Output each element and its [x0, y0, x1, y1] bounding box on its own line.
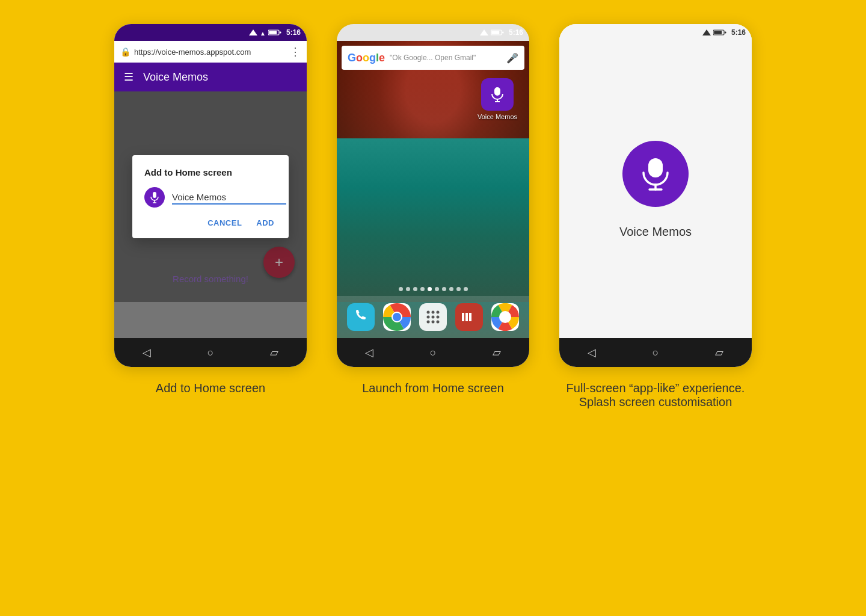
google-logo: Google [348, 52, 385, 64]
nav-back-icon3[interactable]: ◁ [588, 346, 596, 359]
caption1: Add to Home screen [156, 381, 265, 395]
svg-rect-28 [462, 313, 464, 321]
google-search-placeholder: "Ok Google... Open Gmail" [390, 54, 502, 62]
dock-phone-icon[interactable] [347, 303, 375, 331]
gallery-icon [491, 303, 519, 331]
shortcut-mic-icon [489, 86, 506, 103]
nav-home-icon3[interactable]: ○ [653, 346, 659, 359]
dialog-cancel-button[interactable]: CANCEL [205, 216, 244, 230]
phones-row: ▲ 5:16 🔒 https://voice-memos.appspot.com [36, 24, 830, 409]
chrome-icon [383, 303, 411, 331]
page-dot [435, 287, 439, 291]
battery-icon [268, 29, 281, 35]
svg-rect-5 [153, 192, 156, 198]
launcher-icon [425, 309, 441, 325]
svg-point-22 [432, 316, 435, 319]
app-toolbar: ☰ Voice Memos [114, 63, 307, 91]
home-icons-area: Voice Memos [337, 72, 529, 287]
svg-rect-38 [648, 158, 663, 177]
svg-point-33 [499, 311, 511, 323]
svg-rect-30 [469, 313, 471, 321]
phone3-nav-bar: ◁ ○ ▱ [559, 338, 752, 367]
dock-chrome-icon[interactable] [383, 303, 411, 331]
splash-app-icon [622, 141, 689, 207]
dialog-add-button[interactable]: ADD [254, 216, 277, 230]
phone1-time: 5:16 [286, 28, 301, 37]
voice-memos-shortcut[interactable]: Voice Memos [478, 78, 517, 120]
phone3-frame: 5:16 Voice Memos [559, 24, 752, 367]
app-background: Record something! + Add to Home screen [114, 91, 307, 338]
caption3: Full-screen “app-like” experience. Splas… [567, 381, 745, 409]
dialog-box: Add to Home screen [132, 155, 289, 238]
signal-icon3 [702, 29, 711, 35]
dock-gallery-icon[interactable] [491, 303, 519, 331]
svg-point-23 [437, 316, 440, 319]
voice-memos-shortcut-icon [481, 78, 514, 111]
svg-point-25 [432, 321, 435, 324]
phone3-column: 5:16 Voice Memos [559, 24, 752, 409]
nav-recents-icon[interactable]: ▱ [270, 346, 278, 359]
svg-point-20 [437, 311, 440, 314]
phone3-status-icons: 5:16 [702, 28, 746, 37]
phone1-nav-bar: ◁ ○ ▱ [114, 338, 307, 367]
page-dot [413, 287, 417, 291]
dialog-title: Add to Home screen [144, 167, 277, 177]
svg-marker-0 [249, 29, 257, 35]
page-dot [406, 287, 410, 291]
hamburger-icon[interactable]: ☰ [124, 70, 134, 84]
battery-icon2 [491, 29, 504, 35]
svg-marker-8 [480, 29, 488, 35]
home-dock [337, 296, 529, 338]
dock-launcher-icon[interactable] [419, 303, 447, 331]
phone2-status-icons: 5:16 [480, 28, 523, 37]
svg-rect-4 [280, 32, 281, 34]
caption2: Launch from Home screen [362, 381, 504, 395]
dialog-name-input[interactable] [172, 191, 286, 205]
google-search-bar[interactable]: Google "Ok Google... Open Gmail" 🎤 [342, 46, 524, 70]
dialog-actions: CANCEL ADD [144, 216, 277, 230]
url-text: https://voice-memos.appspot.com [134, 48, 251, 57]
signal-icon [249, 29, 257, 35]
google-mic-icon[interactable]: 🎤 [506, 52, 518, 64]
browser-menu-icon[interactable]: ⋮ [290, 45, 301, 58]
nav-home-icon[interactable]: ○ [207, 346, 214, 359]
phone2-status-bar: 5:16 [337, 24, 529, 41]
page-container: ▲ 5:16 🔒 https://voice-memos.appspot.com [36, 24, 830, 409]
phone1-column: ▲ 5:16 🔒 https://voice-memos.appspot.com [114, 24, 307, 395]
app-title: Voice Memos [143, 71, 208, 84]
svg-point-24 [427, 321, 430, 324]
svg-point-26 [437, 321, 440, 324]
page-dot-active [428, 287, 432, 291]
nav-back-icon2[interactable]: ◁ [365, 346, 373, 359]
svg-marker-31 [474, 313, 478, 321]
browser-url: 🔒 https://voice-memos.appspot.com [120, 47, 285, 57]
svg-rect-10 [491, 31, 499, 34]
splash-app-name: Voice Memos [619, 225, 692, 239]
phone1-status-icons: ▲ 5:16 [249, 28, 301, 37]
svg-point-21 [427, 316, 430, 319]
dock-video-icon[interactable] [455, 303, 483, 331]
page-dot [464, 287, 468, 291]
home-screen: Google "Ok Google... Open Gmail" 🎤 [337, 41, 529, 338]
svg-marker-34 [702, 29, 711, 35]
voice-memos-shortcut-label: Voice Memos [478, 113, 517, 120]
svg-point-17 [393, 313, 401, 321]
svg-rect-12 [494, 87, 500, 96]
nav-recents-icon3[interactable]: ▱ [715, 346, 723, 359]
phone2-frame: 5:16 Google "Ok Google... Open Gmail" [337, 24, 529, 367]
svg-rect-36 [714, 31, 722, 34]
splash-mic-icon [637, 156, 674, 192]
svg-point-18 [427, 311, 430, 314]
splash-screen: Voice Memos [559, 41, 752, 338]
page-dot [399, 287, 403, 291]
mic-icon [149, 191, 161, 203]
nav-home-icon2[interactable]: ○ [430, 346, 437, 359]
lock-icon: 🔒 [120, 47, 131, 57]
phone3-status-bar: 5:16 [559, 24, 752, 41]
nav-recents-icon2[interactable]: ▱ [493, 346, 501, 359]
signal-icon2 [480, 29, 488, 35]
svg-rect-11 [502, 32, 504, 34]
svg-rect-29 [465, 313, 468, 321]
nav-back-icon[interactable]: ◁ [143, 346, 151, 359]
svg-text:▲: ▲ [260, 30, 266, 35]
